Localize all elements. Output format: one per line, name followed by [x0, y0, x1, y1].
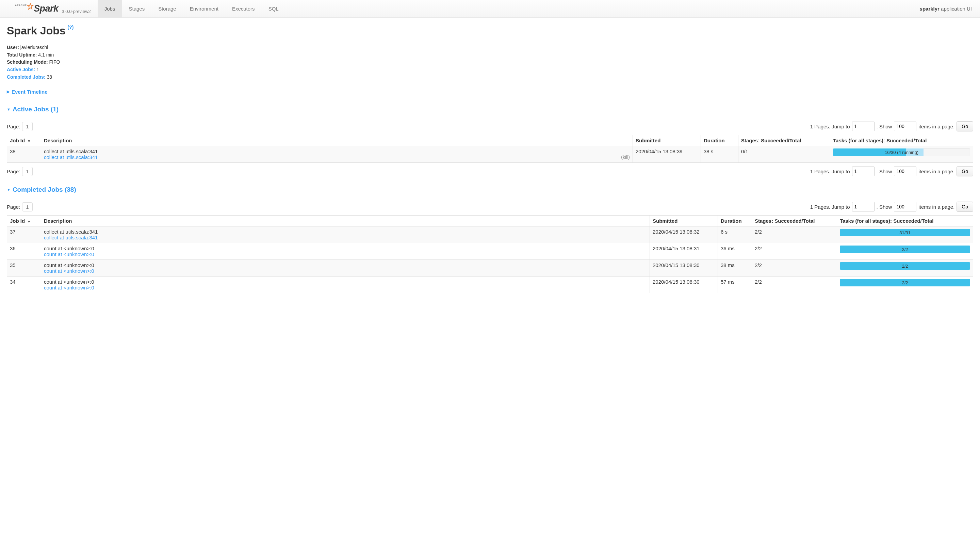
submitted-cell: 2020/04/15 13:08:30 — [650, 276, 718, 293]
nav-tab-executors[interactable]: Executors — [225, 0, 262, 18]
description-cell: count at <unknown>:0count at <unknown>:0 — [41, 260, 650, 276]
caret-right-icon: ▶ — [7, 89, 10, 94]
description-cell: collect at utils.scala:341collect at uti… — [41, 227, 650, 243]
app-name: sparklyr application UI — [920, 6, 977, 11]
active-jobs-table: Job Id ▼ Description Submitted Duration … — [7, 135, 973, 163]
page-number[interactable]: 1 — [22, 122, 32, 131]
kill-link[interactable]: (kill) — [621, 154, 630, 160]
brand[interactable]: APACHE Spark 3.0.0-preview2 — [3, 3, 98, 14]
table-row: 34count at <unknown>:0count at <unknown>… — [7, 276, 973, 293]
navbar: APACHE Spark 3.0.0-preview2 JobsStagesSt… — [0, 0, 980, 18]
jump-to-input[interactable] — [852, 121, 875, 131]
active-pager-top: Page: 1 1 Pages. Jump to . Show items in… — [7, 121, 973, 131]
completed-jobs-table: Job Id ▼ Description Submitted Duration … — [7, 215, 973, 293]
tasks-cell: 2/2 — [837, 243, 973, 260]
completed-jobs-toggle[interactable]: ▼ Completed Jobs (38) — [7, 186, 76, 193]
stages-cell: 2/2 — [752, 276, 837, 293]
col-submitted[interactable]: Submitted — [633, 135, 701, 146]
go-button[interactable]: Go — [956, 121, 973, 131]
job-id-cell: 34 — [7, 276, 41, 293]
nav-tab-environment[interactable]: Environment — [183, 0, 225, 18]
event-timeline-toggle[interactable]: ▶ Event Timeline — [7, 89, 48, 95]
task-progress-bar: 16/30 (4 running) — [833, 148, 970, 156]
page-title: Spark Jobs (?) — [7, 24, 973, 37]
spark-logo-icon: APACHE Spark — [13, 3, 58, 14]
duration-cell: 36 ms — [718, 243, 752, 260]
sort-desc-icon: ▼ — [27, 139, 30, 143]
page-size-input[interactable] — [894, 202, 916, 212]
brand-version: 3.0.0-preview2 — [62, 9, 91, 14]
job-description-link[interactable]: count at <unknown>:0 — [44, 251, 94, 257]
table-row: 38collect at utils.scala:341collect at u… — [7, 146, 973, 163]
table-row: 35count at <unknown>:0count at <unknown>… — [7, 260, 973, 276]
description-cell: count at <unknown>:0count at <unknown>:0 — [41, 243, 650, 260]
caret-down-icon: ▼ — [7, 107, 11, 112]
active-jobs-toggle[interactable]: ▼ Active Jobs (1) — [7, 105, 59, 113]
duration-cell: 57 ms — [718, 276, 752, 293]
nav-tabs: JobsStagesStorageEnvironmentExecutorsSQL — [98, 0, 285, 18]
task-progress-bar: 2/2 — [840, 246, 970, 253]
submitted-cell: 2020/04/15 13:08:30 — [650, 260, 718, 276]
job-id-cell: 38 — [7, 146, 41, 163]
completed-jobs-link[interactable]: Completed Jobs: — [7, 74, 46, 80]
col-job-id[interactable]: Job Id ▼ — [7, 135, 41, 146]
job-id-cell: 36 — [7, 243, 41, 260]
task-progress-bar: 31/31 — [840, 229, 970, 236]
submitted-cell: 2020/04/15 13:08:39 — [633, 146, 701, 163]
active-pager-bottom: Page: 1 1 Pages. Jump to . Show items in… — [7, 166, 973, 176]
tasks-cell: 2/2 — [837, 276, 973, 293]
submitted-cell: 2020/04/15 13:08:32 — [650, 227, 718, 243]
page-size-input[interactable] — [894, 166, 916, 176]
col-duration[interactable]: Duration — [718, 215, 752, 227]
col-job-id[interactable]: Job Id ▼ — [7, 215, 41, 227]
submitted-cell: 2020/04/15 13:08:31 — [650, 243, 718, 260]
task-progress-bar: 2/2 — [840, 262, 970, 270]
page-number[interactable]: 1 — [22, 167, 32, 176]
job-id-cell: 35 — [7, 260, 41, 276]
active-jobs-link[interactable]: Active Jobs: — [7, 67, 35, 72]
description-cell: collect at utils.scala:341collect at uti… — [41, 146, 633, 163]
job-summary: User: javierluraschi Total Uptime: 4.1 m… — [7, 44, 973, 81]
job-description-link[interactable]: count at <unknown>:0 — [44, 285, 94, 290]
go-button[interactable]: Go — [956, 202, 973, 212]
table-row: 37collect at utils.scala:341collect at u… — [7, 227, 973, 243]
go-button[interactable]: Go — [956, 166, 973, 176]
jump-to-input[interactable] — [852, 202, 875, 212]
description-cell: count at <unknown>:0count at <unknown>:0 — [41, 276, 650, 293]
stages-cell: 2/2 — [752, 227, 837, 243]
duration-cell: 38 s — [701, 146, 738, 163]
nav-tab-jobs[interactable]: Jobs — [98, 0, 122, 18]
nav-tab-sql[interactable]: SQL — [262, 0, 285, 18]
sort-desc-icon: ▼ — [27, 220, 30, 223]
col-description[interactable]: Description — [41, 135, 633, 146]
caret-down-icon: ▼ — [7, 188, 11, 192]
col-tasks[interactable]: Tasks (for all stages): Succeeded/Total — [837, 215, 973, 227]
tasks-cell: 16/30 (4 running) — [830, 146, 973, 163]
job-id-cell: 37 — [7, 227, 41, 243]
jump-to-input[interactable] — [852, 166, 875, 176]
job-description-link[interactable]: collect at utils.scala:341 — [44, 154, 98, 160]
col-stages[interactable]: Stages: Succeeded/Total — [752, 215, 837, 227]
stages-cell: 2/2 — [752, 243, 837, 260]
table-row: 36count at <unknown>:0count at <unknown>… — [7, 243, 973, 260]
col-tasks[interactable]: Tasks (for all stages): Succeeded/Total — [830, 135, 973, 146]
tasks-cell: 31/31 — [837, 227, 973, 243]
col-description[interactable]: Description — [41, 215, 650, 227]
task-progress-bar: 2/2 — [840, 279, 970, 286]
col-submitted[interactable]: Submitted — [650, 215, 718, 227]
nav-tab-stages[interactable]: Stages — [122, 0, 151, 18]
page-number[interactable]: 1 — [22, 202, 32, 212]
col-duration[interactable]: Duration — [701, 135, 738, 146]
stages-cell: 2/2 — [752, 260, 837, 276]
help-icon[interactable]: (?) — [68, 24, 74, 30]
col-stages[interactable]: Stages: Succeeded/Total — [738, 135, 830, 146]
tasks-cell: 2/2 — [837, 260, 973, 276]
stages-cell: 0/1 — [738, 146, 830, 163]
duration-cell: 38 ms — [718, 260, 752, 276]
completed-pager-top: Page: 1 1 Pages. Jump to . Show items in… — [7, 202, 973, 212]
duration-cell: 6 s — [718, 227, 752, 243]
job-description-link[interactable]: count at <unknown>:0 — [44, 268, 94, 274]
job-description-link[interactable]: collect at utils.scala:341 — [44, 234, 98, 241]
nav-tab-storage[interactable]: Storage — [151, 0, 183, 18]
page-size-input[interactable] — [894, 121, 916, 131]
